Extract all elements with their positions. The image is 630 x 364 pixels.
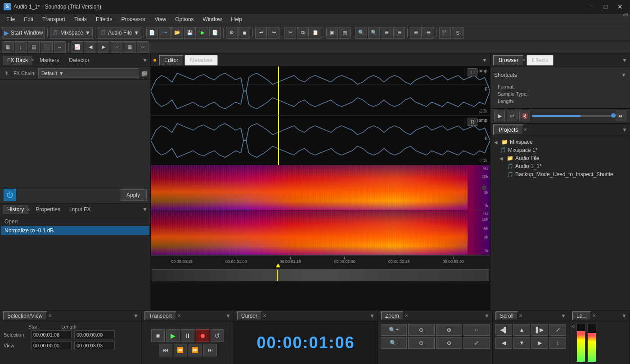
pause-button[interactable]: ⏸ <box>181 329 194 342</box>
zoom3-btn[interactable]: ⊕ <box>381 27 392 39</box>
history-panel-arrow[interactable]: ▼ <box>142 206 148 213</box>
sel-start-input[interactable] <box>31 330 72 339</box>
cursor-close[interactable]: ✕ <box>263 313 266 318</box>
paste-btn[interactable]: 📋 <box>310 27 321 39</box>
tab-zoom[interactable]: Zoom <box>381 311 404 320</box>
menu-window[interactable]: Window <box>198 15 227 23</box>
spec1-handle[interactable] <box>482 186 486 190</box>
record-button[interactable]: ⏺ <box>196 329 209 342</box>
scroll-left2-btn[interactable]: ◀ <box>495 337 512 349</box>
scroll-down-btn[interactable]: ▼ <box>513 337 530 349</box>
scroll-arrow[interactable]: ▼ <box>561 313 566 319</box>
sel-arrow[interactable]: ▼ <box>133 313 139 319</box>
wave-btn[interactable]: 〜 <box>159 27 171 39</box>
start-window-btn[interactable]: ▶ Start Window <box>2 27 45 39</box>
zoom-out-h-btn[interactable]: 🔍- <box>381 337 407 349</box>
save-btn[interactable]: 💾 <box>184 27 196 39</box>
tb2-btn11[interactable]: 〰 <box>137 41 148 53</box>
tab-metadata[interactable]: Metadata <box>184 55 218 66</box>
tab-editor[interactable]: Editor <box>159 55 184 66</box>
play-btn[interactable]: ▶ <box>197 27 208 39</box>
menu-transport[interactable]: Transport <box>38 15 70 23</box>
zoom-out-btn[interactable]: 🔍 <box>368 27 380 39</box>
next-button[interactable]: ⏩ <box>189 344 202 356</box>
zoom-max-btn[interactable]: ↔ <box>464 324 490 336</box>
fx-chain-dropdown[interactable]: Default ▼ <box>38 68 139 78</box>
fx-rack-close[interactable]: ✕ <box>31 58 34 62</box>
projects-close[interactable]: ✕ <box>523 127 527 132</box>
menu-processor[interactable]: Processor <box>117 15 150 23</box>
close-button[interactable]: ✕ <box>614 2 626 11</box>
sel-view-start-input[interactable] <box>31 341 72 350</box>
tb2-btn8[interactable]: ▶ <box>98 41 109 53</box>
audio-file-btn[interactable]: 🎵 Audio File ▼ <box>98 27 141 39</box>
zoom-norm2-btn[interactable]: ⊙ <box>408 337 434 349</box>
tab-projects[interactable]: Projects <box>493 124 523 135</box>
zoom-arrow[interactable]: ▼ <box>484 313 490 319</box>
menu-help[interactable]: Help <box>226 15 247 23</box>
zoom-in2-btn[interactable]: ⊕ <box>436 324 462 336</box>
fx-add-icon[interactable]: ＋ <box>3 68 10 78</box>
zoom-out2-btn[interactable]: ⊖ <box>436 337 462 349</box>
timeline[interactable]: 00:00:00:15 00:00:01:00 00:00:01:15 00:0… <box>151 255 490 268</box>
record-btn[interactable]: ⏺ <box>238 27 250 39</box>
tab-input-fx[interactable]: Input FX <box>66 205 95 214</box>
scroll-fit2-btn[interactable]: ↕ <box>549 337 566 349</box>
tree-item-audio11[interactable]: 🎵 Audio 1_1* <box>492 162 628 170</box>
editor-arrow[interactable]: ▼ <box>482 57 487 63</box>
transport-arrow[interactable]: ▼ <box>225 313 231 319</box>
stop-button[interactable]: ■ <box>151 329 165 342</box>
tab-history[interactable]: History <box>3 205 28 214</box>
zoom-norm-btn[interactable]: ⊙ <box>408 324 434 336</box>
tab-fx-rack[interactable]: FX Rack <box>3 56 32 65</box>
tab-selection-view[interactable]: Selection/View <box>3 311 47 320</box>
to-start-button[interactable]: ⏮ <box>159 344 172 356</box>
fx-chain-grid-icon[interactable]: ▦ <box>142 70 148 77</box>
track1-L-button[interactable]: L <box>468 68 477 76</box>
maximize-button[interactable]: □ <box>599 2 612 11</box>
menu-tools[interactable]: Tools <box>70 15 91 23</box>
zoom5-btn[interactable]: ⊕ <box>410 27 422 39</box>
undo-btn[interactable]: ↩ <box>255 27 267 39</box>
pb-slider-handle[interactable] <box>611 113 616 118</box>
menu-effects[interactable]: Effects <box>91 15 117 23</box>
tb2-btn9[interactable]: 〰 <box>111 41 122 53</box>
mixspace-btn[interactable]: 🎵 Mixspace ▼ <box>50 27 93 39</box>
tab-transport[interactable]: Transport <box>144 311 176 320</box>
browser-close[interactable]: ✕ <box>522 58 526 62</box>
tb2-btn2[interactable]: ↕ <box>15 41 27 53</box>
copy-btn[interactable]: ⧉ <box>297 27 309 39</box>
to-end-button[interactable]: ⏭ <box>203 344 217 356</box>
waveform-area[interactable]: // This will be rendered via canvas-like… <box>151 67 490 310</box>
sel2-btn[interactable]: ▤ <box>339 27 351 39</box>
scroll-close[interactable]: ✕ <box>519 313 522 318</box>
new-btn[interactable]: 📄 <box>146 27 158 39</box>
tree-item-backup[interactable]: 🎵 Backup_Mode_Used_to_Inspect_Shuttle <box>492 170 628 178</box>
sel-btn[interactable]: ▣ <box>326 27 338 39</box>
zoom-close[interactable]: ✕ <box>405 313 408 318</box>
cut-btn[interactable]: ✂ <box>284 27 296 39</box>
left-panel-arrow[interactable]: ▼ <box>142 57 148 63</box>
tree-item-audiofile[interactable]: ◀ 📁 Audio File <box>492 154 628 162</box>
track2-R-button[interactable]: R <box>468 118 477 126</box>
pb-end-btn[interactable]: ⏭ <box>616 111 626 121</box>
tab-scroll[interactable]: Scroll <box>495 311 518 320</box>
pb-play-btn[interactable]: ▶ <box>494 111 505 121</box>
shortcuts-dropdown-icon[interactable]: ▼ <box>621 72 626 78</box>
zoom-in-h-btn[interactable]: 🔍+ <box>381 324 407 336</box>
save2-btn[interactable]: 📑 <box>209 27 221 39</box>
history-item-normalize[interactable]: Normalize to -0.1 dB <box>1 226 149 235</box>
open-btn[interactable]: 📂 <box>171 27 183 39</box>
tab-effects[interactable]: Effects <box>526 55 554 66</box>
level-close[interactable]: ✕ <box>592 313 596 318</box>
power-button[interactable]: ⏻ <box>4 189 16 201</box>
scroll-right-btn[interactable]: ▌▶ <box>531 324 548 336</box>
tab-browser[interactable]: Browser <box>493 55 524 66</box>
minimap[interactable] <box>151 268 490 280</box>
flag-btn[interactable]: 🏴 <box>439 27 451 39</box>
menu-file[interactable]: File <box>2 15 19 23</box>
tab-markers[interactable]: Markers <box>35 56 63 65</box>
scroll-left-btn[interactable]: ◀▌ <box>495 324 512 336</box>
loop-button[interactable]: ↺ <box>211 329 224 342</box>
tab-level[interactable]: Le... <box>572 311 591 320</box>
